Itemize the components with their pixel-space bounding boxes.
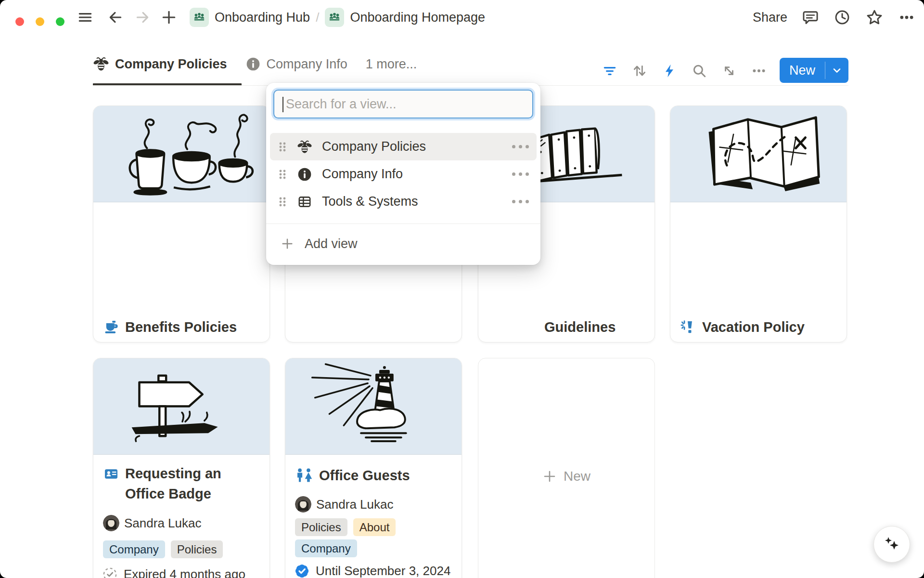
verified-badge-icon (294, 563, 310, 578)
status-text: Until September 3, 2024 (316, 564, 450, 578)
tab-company-policies[interactable]: Company Policies (93, 56, 227, 72)
table-icon (297, 194, 312, 210)
tag-about: About (353, 518, 396, 536)
tab-label: Company Policies (115, 57, 227, 72)
breadcrumb-item[interactable]: Onboarding Homepage (350, 10, 485, 25)
dashed-check-icon (102, 566, 118, 578)
expand-view-icon[interactable] (719, 62, 740, 80)
sun-exclamation-icon (680, 319, 696, 335)
view-options-icon[interactable] (748, 62, 770, 80)
more-icon[interactable] (898, 9, 915, 26)
minimize-window-button[interactable] (36, 17, 44, 26)
workspace-people-icon[interactable] (190, 8, 209, 27)
drag-handle-icon[interactable] (278, 140, 287, 154)
info-icon (245, 56, 261, 72)
two-people-icon (295, 467, 313, 484)
view-option-more-icon[interactable] (512, 172, 529, 176)
drag-handle-icon[interactable] (278, 195, 287, 209)
view-option-more-icon[interactable] (512, 145, 529, 148)
breadcrumb-item[interactable]: Onboarding Hub (215, 10, 310, 25)
new-button-label[interactable]: New (780, 58, 825, 83)
card-cover-lighthouse-illustration (285, 358, 462, 455)
card-title: Requesting an Office Badge (125, 463, 236, 504)
bee-icon (93, 56, 109, 72)
new-button-chevron-down-icon[interactable] (825, 58, 848, 83)
view-option-company-info[interactable]: Company Info (270, 160, 537, 188)
card-office-guests[interactable]: Office Guests Sandra Lukac Policies Abou… (285, 358, 462, 578)
tag-policies: Policies (295, 518, 347, 536)
view-option-company-policies[interactable]: Company Policies (270, 133, 537, 160)
info-icon (297, 167, 312, 182)
breadcrumb: Onboarding Hub / Onboarding Homepage (190, 8, 485, 27)
notion-ai-button[interactable] (873, 526, 910, 563)
close-window-button[interactable] (15, 17, 24, 26)
card-title: Guidelines (544, 317, 616, 337)
card-cover-coffee-mugs-illustration (93, 106, 270, 202)
view-switcher-dropdown: Company Policies Company Info Tools & Sy… (266, 83, 540, 265)
id-badge-icon (103, 466, 119, 482)
workspace-people-icon[interactable] (325, 8, 344, 27)
view-option-more-icon[interactable] (512, 200, 529, 203)
tag-company: Company (103, 540, 165, 558)
plus-icon (281, 237, 294, 250)
tag-policies: Policies (171, 540, 223, 558)
coffee-cup-icon (103, 319, 119, 335)
add-view-button[interactable]: Add view (270, 230, 537, 258)
tab-company-info[interactable]: Company Info (245, 56, 347, 72)
notion-window: Onboarding Hub / Onboarding Homepage Sha… (0, 0, 924, 578)
avatar-sandra (103, 515, 119, 531)
bee-icon (297, 139, 312, 155)
person-name: Sandra Lukac (316, 497, 393, 512)
drag-handle-icon[interactable] (278, 167, 287, 182)
dropdown-divider (266, 223, 540, 224)
tab-label: Company Info (267, 57, 347, 72)
card-vacation-policy[interactable]: Vacation Policy Sandra Lukac Ana Hau Pol… (670, 105, 847, 342)
forward-icon (134, 9, 151, 26)
comments-icon[interactable] (802, 9, 819, 26)
share-button[interactable]: Share (753, 10, 787, 25)
search-icon[interactable] (689, 62, 710, 80)
favorite-star-icon[interactable] (865, 8, 884, 26)
card-title: Office Guests (319, 465, 410, 486)
person-name: Sandra Lukac (124, 516, 201, 531)
desktop-background: Onboarding Hub / Onboarding Homepage Sha… (0, 0, 924, 578)
history-icon[interactable] (834, 9, 851, 26)
card-title: Vacation Policy (702, 317, 805, 337)
zoom-window-button[interactable] (56, 17, 64, 26)
view-option-label: Company Policies (322, 139, 502, 154)
card-cover-map-illustration (670, 106, 847, 202)
filter-icon[interactable] (599, 62, 620, 80)
card-cover-signpost-illustration (93, 358, 270, 455)
new-page-card[interactable]: New (478, 358, 655, 578)
card-requesting-office-badge[interactable]: Requesting an Office Badge Sandra Lukac … (93, 358, 270, 578)
card-benefits-policies[interactable]: Benefits Policies Sandra Lukac Ana Ha Po… (93, 105, 270, 342)
breadcrumb-separator: / (316, 10, 319, 25)
tag-company: Company (295, 539, 357, 557)
new-button[interactable]: New (780, 58, 848, 83)
view-option-tools-systems[interactable]: Tools & Systems (270, 188, 537, 215)
status-text: Expired 4 months ago (124, 567, 245, 578)
sidebar-menu-icon[interactable] (77, 9, 93, 26)
new-tab-icon[interactable] (161, 9, 177, 26)
add-view-label: Add view (305, 236, 358, 251)
back-icon[interactable] (107, 9, 124, 26)
view-search-input[interactable] (274, 91, 532, 118)
sparkles-icon (882, 535, 901, 554)
sort-icon[interactable] (629, 62, 650, 80)
avatar-sandra (295, 496, 311, 512)
plus-icon (542, 469, 557, 484)
view-option-label: Company Info (322, 167, 502, 182)
automations-icon[interactable] (659, 62, 680, 80)
new-page-label: New (564, 469, 590, 484)
view-search-field[interactable] (273, 90, 533, 118)
view-option-label: Tools & Systems (322, 194, 502, 209)
card-title: Benefits Policies (125, 317, 237, 337)
tab-more-views[interactable]: 1 more... (366, 57, 417, 72)
